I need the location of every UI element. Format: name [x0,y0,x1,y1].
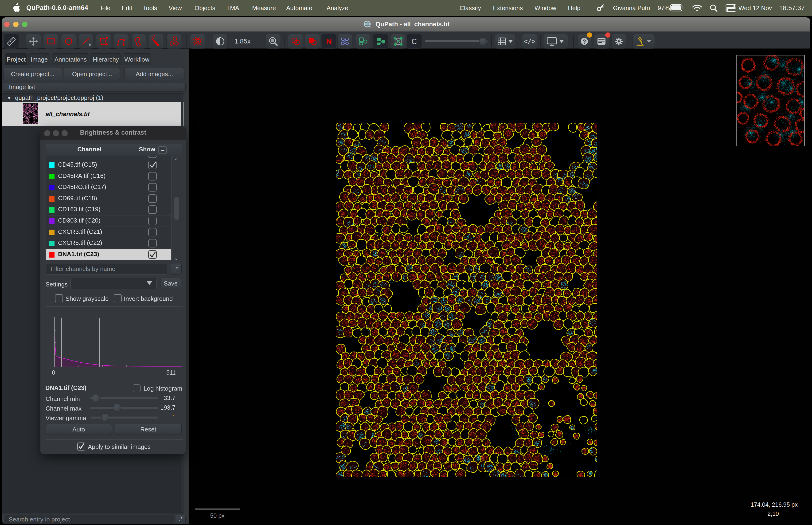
svg-text:</>: </> [524,39,535,46]
svg-text:C: C [411,37,417,46]
svg-text:S: S [196,38,200,45]
svg-text:?: ? [582,38,586,45]
svg-text:N: N [326,37,332,46]
